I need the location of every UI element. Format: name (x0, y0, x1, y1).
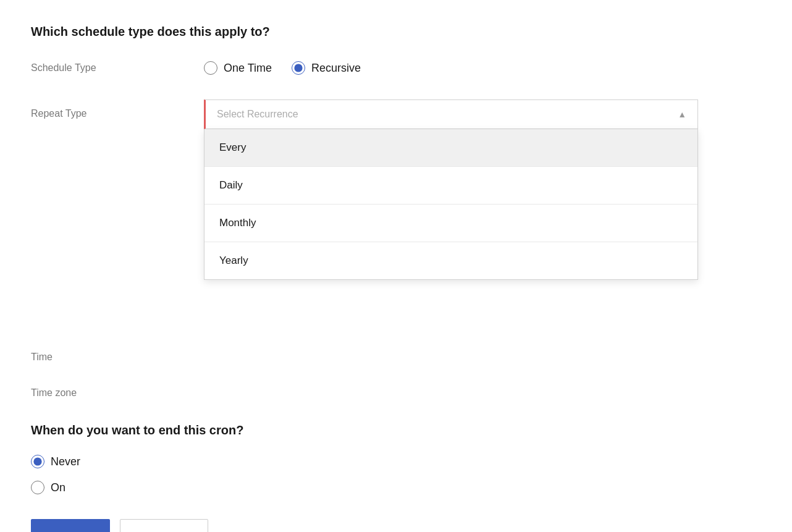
schedule-type-row: Schedule Type One Time Recursive (31, 61, 761, 75)
radio-recursive[interactable] (292, 61, 305, 75)
repeat-type-row: Repeat Type Select Recurrence ▲ Every Da… (31, 99, 761, 129)
time-label: Time (31, 352, 204, 363)
repeat-type-select-container: Select Recurrence ▲ Every Daily Monthly … (204, 99, 698, 129)
radio-option-never[interactable]: Never (31, 455, 761, 468)
radio-option-on[interactable]: On (31, 481, 761, 494)
end-question: When do you want to end this cron? (31, 423, 761, 437)
dropdown-item-every[interactable]: Every (204, 129, 697, 167)
radio-recursive-label: Recursive (311, 62, 361, 75)
dropdown-item-monthly[interactable]: Monthly (204, 205, 697, 242)
end-cron-section: When do you want to end this cron? Never… (31, 423, 761, 494)
dropdown-item-daily[interactable]: Daily (204, 167, 697, 205)
cancel-button[interactable]: Cancel (120, 519, 208, 532)
chevron-up-icon: ▲ (678, 109, 686, 119)
time-row: Time (31, 352, 761, 363)
radio-never-label: Never (51, 455, 80, 468)
schedule-type-group: One Time Recursive (204, 61, 361, 75)
dropdown-item-yearly[interactable]: Yearly (204, 242, 697, 279)
repeat-type-dropdown-trigger[interactable]: Select Recurrence ▲ (204, 99, 698, 129)
main-question: Which schedule type does this apply to? (31, 25, 761, 39)
end-options-group: Never On (31, 455, 761, 494)
radio-option-recursive[interactable]: Recursive (292, 61, 361, 75)
timezone-label: Time zone (31, 387, 204, 399)
repeat-type-label: Repeat Type (31, 99, 204, 119)
timezone-row: Time zone (31, 387, 761, 399)
radio-one-time[interactable] (204, 61, 217, 75)
schedule-type-label: Schedule Type (31, 62, 204, 74)
button-row: Save Cancel (31, 519, 761, 532)
repeat-type-dropdown-menu: Every Daily Monthly Yearly (204, 129, 698, 280)
radio-on-label: On (51, 481, 65, 494)
radio-on[interactable] (31, 481, 44, 494)
radio-never[interactable] (31, 455, 44, 468)
radio-option-one-time[interactable]: One Time (204, 61, 272, 75)
save-button[interactable]: Save (31, 519, 110, 532)
select-placeholder: Select Recurrence (217, 109, 298, 120)
radio-one-time-label: One Time (224, 62, 272, 75)
